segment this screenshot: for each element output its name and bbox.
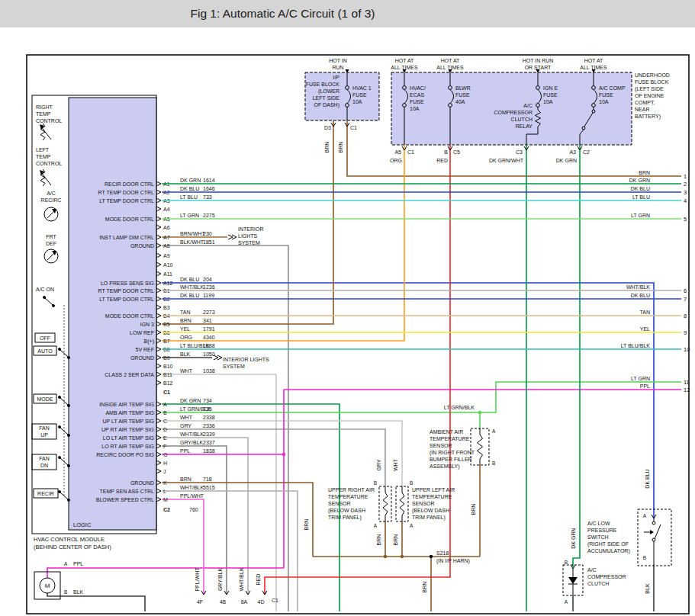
wire (573, 145, 580, 567)
switch-contact (68, 357, 70, 359)
sensor-label: TEMPERATURE (430, 436, 470, 441)
terminal-label: B (64, 589, 67, 595)
sensor-label: TRIM PANEL) (412, 515, 446, 521)
wire-color-label: GRY/BLK (180, 440, 204, 445)
pin-label: A9 (163, 253, 170, 258)
motor-letter: M (45, 582, 50, 589)
pin-chevron (156, 305, 161, 310)
control-label: FRT (46, 234, 56, 239)
wire-color-label: DK GRN (180, 398, 201, 403)
sensor-label: TRIM PANEL) (328, 515, 362, 521)
edge-number: 7 (684, 296, 687, 303)
pin-chevron (156, 460, 161, 465)
pin-chevron (156, 181, 161, 186)
circuit-number: 760 (189, 507, 198, 512)
terminal-label: A (410, 523, 413, 528)
wire-color-label: DK BLU (180, 293, 199, 298)
circuit-number: 5515 (203, 485, 215, 490)
fuse-label: HVAC 1 (352, 85, 372, 91)
pin-label: H (163, 460, 167, 466)
sensor-label: (BELOW DASH (328, 508, 365, 514)
control-label: LEFT (36, 147, 50, 152)
connector-pin: 8A (241, 599, 248, 605)
control-label: A/C (47, 191, 56, 196)
circuit-number: 1236 (203, 284, 215, 290)
pin-chevron (156, 235, 161, 239)
wire-color-label: ORG (390, 158, 402, 163)
interior-lights-label: SYSTEM (223, 364, 245, 369)
wire-color-label: GRY (180, 423, 191, 428)
terminal-label: B (492, 460, 495, 466)
wire-color-label: RED (436, 158, 448, 163)
control-label: DN (40, 463, 48, 468)
pin-chevron (156, 364, 161, 368)
pin-function: LO PRESS SENS SIG (101, 281, 154, 286)
pressure-switch-label: A/C LOW (587, 521, 610, 526)
pin-function: UP LT AIR TEMP SIG (103, 419, 154, 424)
wire-color-label: BLK/WHT (180, 239, 204, 245)
circuit-number: 1688 (203, 343, 215, 348)
pin-function: BLOWER SPEED CTRL (96, 497, 154, 502)
connector-label: D3 (324, 125, 331, 130)
pin-chevron (156, 497, 161, 502)
terminal-label: B (565, 560, 568, 565)
pin-function: RECIRC DOOR PO SIG (96, 452, 154, 457)
ip-fuse-block-label: LEFT SIDE (313, 95, 340, 101)
wire-color-label: BRN (471, 504, 476, 515)
pin-function: LO RT AIR TEMP SIG (101, 444, 154, 449)
control-label: AUTO (37, 348, 53, 354)
wire-color-label: RED (256, 574, 261, 586)
pin-chevron (156, 225, 161, 229)
pin-function: RECIR DOOR CTRL (105, 181, 154, 187)
control-label: RIGHT (36, 104, 53, 110)
switch-contact (652, 521, 655, 525)
pin-function: IGN 3 (140, 322, 154, 327)
wire-color-label: BLK (73, 589, 84, 595)
junction-dot (384, 555, 387, 558)
wire (162, 245, 288, 611)
wire-color-label: YEL (180, 326, 190, 332)
switch-contact (68, 435, 70, 437)
edge-number: 2 (684, 181, 687, 188)
pin-chevron (156, 452, 161, 457)
edge-number: 11 (684, 379, 690, 386)
pin-function: LT TEMP DOOR CTRL (99, 198, 154, 204)
circuit-number: 1646 (203, 186, 215, 191)
interior-lights-label: SYSTEM (238, 240, 260, 245)
junction-dot (430, 555, 433, 558)
control-label: UP (40, 432, 48, 438)
pin-function: MODE DOOR CTRL (105, 313, 154, 319)
hot-label: HOT IN RUN (523, 58, 554, 63)
pin-label: A12 (163, 281, 173, 286)
interior-lights-label: LIGHTS (238, 233, 258, 239)
pressure-switch-label: ACCUMULATOR) (587, 548, 630, 554)
connector-label: C1 (407, 149, 414, 155)
wire-color-label: TAN (180, 310, 190, 315)
control-label: CONTROL (36, 161, 62, 166)
interior-lights-label: INTERIOR (238, 226, 263, 232)
clutch-label: COMPRESSOR (587, 574, 626, 579)
pin-label: K (163, 480, 167, 486)
underhood-label: BATTERY) (635, 114, 661, 120)
wire-color-label: GRY/BLK (217, 568, 223, 592)
pin-chevron (156, 444, 161, 448)
circuit-number: 4340 (203, 335, 215, 340)
control-label: RECIR (37, 491, 54, 496)
edge-color-label: YEL (640, 326, 650, 332)
pin-label: B10 (163, 364, 173, 369)
terminal-label: B (410, 480, 413, 486)
sensor-label: TEMPERATURE (412, 494, 452, 499)
pin-function: CLASS 2 SER DATA (105, 372, 154, 377)
ip-fuse-block-label: (LOWER (318, 88, 339, 95)
pin-label: B9 (163, 355, 170, 361)
pin-chevron (156, 271, 161, 276)
wire-color-label: BRN (304, 519, 309, 531)
wire-color-label: BRN (180, 318, 191, 323)
pin-chevron (156, 419, 161, 423)
edge-color-label: DK GRN (629, 178, 650, 183)
circuit-number: 735 (203, 406, 212, 412)
fuse-label: 10A (410, 106, 420, 111)
pressure-switch-label: (RIGHT SIDE OF (587, 541, 629, 547)
circuit-number: 1199 (203, 293, 214, 298)
wire-color-label: DK GRN (180, 178, 201, 183)
